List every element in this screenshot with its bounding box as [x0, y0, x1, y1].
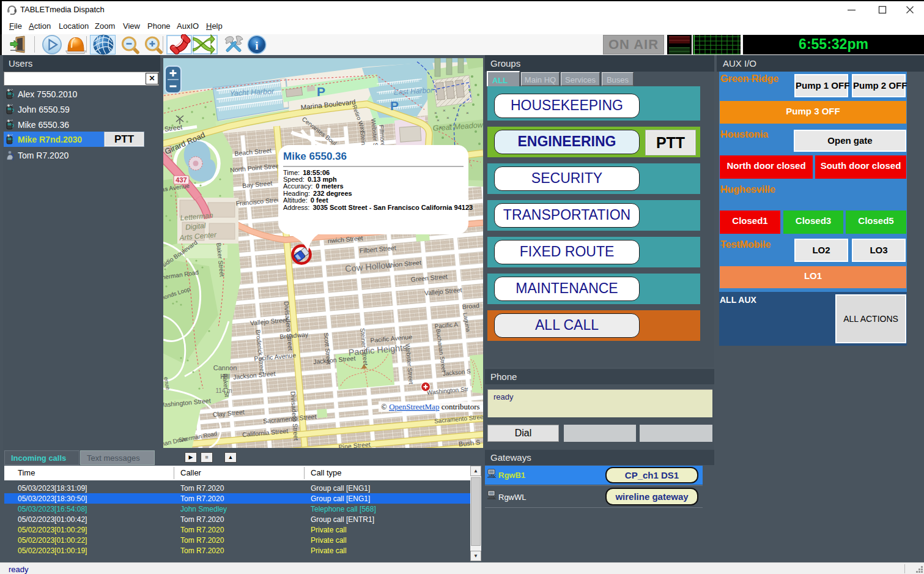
svg-text:Cannon: Cannon: [213, 364, 237, 371]
svg-text:Speed: 0.13 mph: Speed: 0.13 mph: [283, 176, 337, 183]
svg-text:P: P: [317, 84, 325, 99]
svg-text:y: y: [12, 157, 14, 160]
svg-text:×: ×: [434, 110, 437, 116]
svg-text:×: ×: [446, 115, 449, 121]
svg-text:Mike 6550.36: Mike 6550.36: [283, 151, 347, 162]
svg-text:Altitude: 0 feet: Altitude: 0 feet: [283, 196, 328, 204]
svg-text:Accuracy: 0 meters: Accuracy: 0 meters: [283, 182, 344, 190]
svg-text:×: ×: [443, 108, 446, 113]
svg-text:×: ×: [466, 110, 469, 116]
svg-text:×: ×: [462, 103, 465, 108]
svg-text:i: i: [255, 39, 258, 52]
svg-text:P: P: [390, 99, 399, 113]
svg-text:×: ×: [437, 117, 440, 123]
svg-text:Heading: 232 degrees: Heading: 232 degrees: [283, 190, 352, 197]
svg-text:Digital: Digital: [185, 222, 206, 232]
svg-text:Time: 18:55:06: Time: 18:55:06: [283, 169, 330, 176]
svg-text:© OpenStreetMap contributors: © OpenStreetMap contributors: [381, 402, 480, 411]
svg-text:×: ×: [453, 105, 456, 111]
svg-text:Broad: Broad: [462, 302, 479, 310]
